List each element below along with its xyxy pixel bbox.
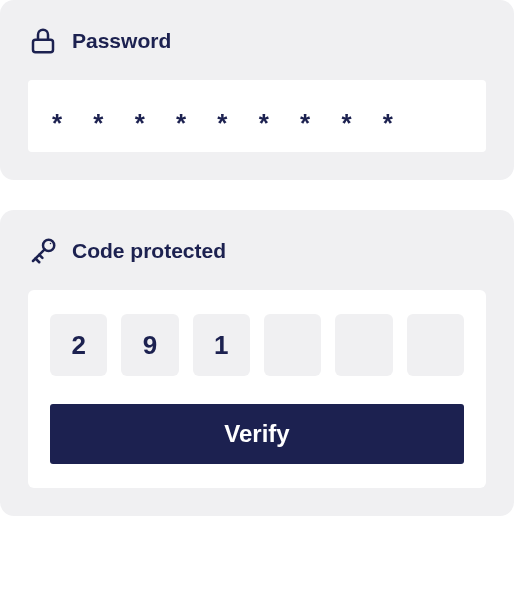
password-input[interactable]: * * * * * * * * * bbox=[28, 80, 486, 152]
code-cells: 2 9 1 bbox=[50, 314, 464, 376]
code-area: 2 9 1 Verify bbox=[28, 290, 486, 488]
code-cell-2[interactable]: 9 bbox=[121, 314, 178, 376]
code-header: Code protected bbox=[28, 236, 486, 266]
code-cell-5[interactable] bbox=[335, 314, 392, 376]
password-header: Password bbox=[28, 26, 486, 56]
password-card: Password * * * * * * * * * bbox=[0, 0, 514, 180]
code-label: Code protected bbox=[72, 239, 226, 263]
code-cell-6[interactable] bbox=[407, 314, 464, 376]
verify-button[interactable]: Verify bbox=[50, 404, 464, 464]
code-cell-3[interactable]: 1 bbox=[193, 314, 250, 376]
lock-icon bbox=[28, 26, 58, 56]
svg-rect-0 bbox=[33, 40, 53, 53]
key-icon bbox=[28, 236, 58, 266]
code-card: Code protected 2 9 1 Verify bbox=[0, 210, 514, 516]
svg-point-2 bbox=[50, 243, 52, 245]
password-label: Password bbox=[72, 29, 171, 53]
code-cell-4[interactable] bbox=[264, 314, 321, 376]
code-cell-1[interactable]: 2 bbox=[50, 314, 107, 376]
